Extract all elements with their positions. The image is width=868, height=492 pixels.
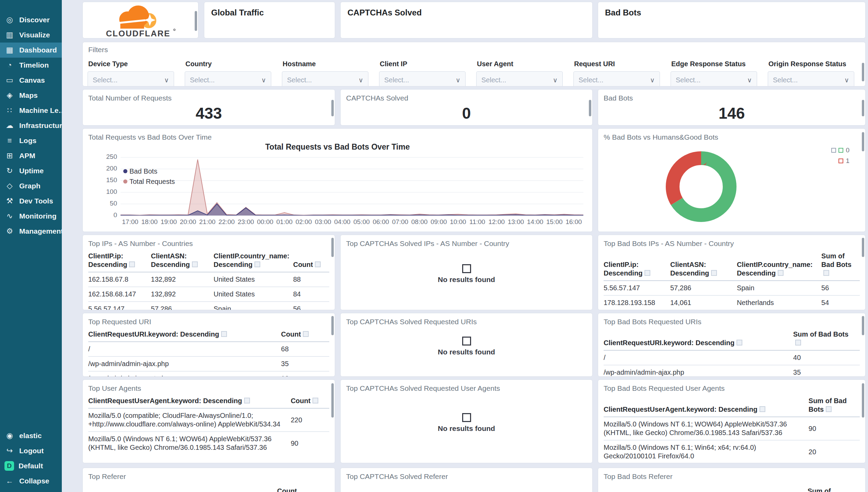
data-table: ClientIP.ip: DescendingClientASN: Descen… — [88, 250, 329, 310]
sum-column-header[interactable]: Sum of Bad — [808, 487, 845, 492]
sidebar-item-dashboard[interactable]: ▦Dashboard — [0, 43, 62, 58]
column-header-clientrequesturi-keyword-descending[interactable]: ClientRequestURI.keyword: Descending — [88, 329, 281, 342]
filter-select-request-uri[interactable]: Select...∨ — [573, 71, 660, 86]
panel-title: Top CAPTCHAs Solved IPs - AS Number - Co… — [341, 235, 592, 248]
sidebar-item-machine-le[interactable]: ∷Machine Le… — [0, 103, 62, 118]
sidebar-item-label: Dashboard — [19, 46, 57, 54]
panel-title: Top CAPTCHAs Solved Requested URIs — [341, 313, 592, 326]
column-header-clientip-country-name-descending[interactable]: ClientIP.country_name: Descending — [737, 250, 821, 281]
sidebar-item-elastic[interactable]: ◉elastic — [0, 428, 62, 443]
column-header-clientip-ip-descending[interactable]: ClientIP.ip: Descending — [604, 250, 670, 281]
timeseries-panel-title: Total Requests vs Bad Bots Over Time — [83, 129, 592, 141]
column-header-clientip-country-name-descending[interactable]: ClientIP.country_name: Descending — [214, 250, 293, 272]
x-tick-label: 16:00 — [566, 218, 582, 226]
column-header-clientrequestuseragent-keyword-descending[interactable]: ClientRequestUserAgent.keyword: Descendi… — [604, 395, 809, 417]
column-header-clientrequesturi-keyword-descending[interactable]: ClientRequestURI.keyword: Descending — [604, 329, 793, 350]
table-cell: Mozilla/5.0 (compatible; CloudFlare-Alwa… — [88, 408, 291, 432]
filter-label: Request URI — [574, 60, 660, 68]
sidebar-item-graph[interactable]: ◇Graph — [0, 178, 62, 194]
scrollbar-thumb[interactable] — [862, 316, 864, 335]
column-header-label: ClientIP.ip: Descending — [604, 261, 642, 277]
sidebar-item-infrastructure[interactable]: ☁Infrastructure — [0, 118, 62, 133]
sidebar-item-logout[interactable]: ↪Logout — [0, 443, 62, 458]
count-column-header[interactable]: Count — [277, 487, 315, 492]
sidebar-item-uptime[interactable]: ↻Uptime — [0, 163, 62, 178]
sidebar-item-collapse[interactable]: ←Collapse — [0, 473, 62, 489]
table-cell: 178.128.193.158 — [604, 295, 670, 310]
column-header-clientip-ip-descending[interactable]: ClientIP.ip: Descending — [88, 250, 151, 272]
filter-select-user-agent[interactable]: Select...∨ — [476, 71, 563, 86]
bad-bots-ua-panel: Top Bad Bots Requested User Agents Clien… — [598, 379, 866, 463]
x-tick-label: 07:00 — [392, 218, 409, 226]
donut-chart[interactable] — [665, 151, 737, 223]
table-cell: 35 — [281, 356, 329, 371]
sidebar-item-monitoring[interactable]: ∿Monitoring — [0, 209, 62, 224]
y-tick-label: 150 — [100, 176, 117, 184]
scrollbar-thumb[interactable] — [589, 100, 591, 116]
select-placeholder: Select... — [93, 76, 117, 84]
donut-legend-item-0[interactable]: 0 — [831, 147, 849, 154]
filter-select-origin-response-status[interactable]: Select...∨ — [768, 71, 854, 86]
filter-device-type: Device TypeSelect...∨ — [88, 58, 174, 86]
filter-select-client-ip[interactable]: Select...∨ — [379, 71, 466, 86]
table-row: /wp-admin/admin-ajax.php35 — [604, 365, 860, 377]
scrollbar-thumb[interactable] — [331, 100, 334, 116]
cloudflare-logo: CLOUDFLARE — [89, 3, 189, 38]
legend-item-total-requests[interactable]: Total Requests — [123, 176, 175, 187]
sidebar-item-dev-tools[interactable]: ⚒Dev Tools — [0, 194, 62, 209]
scrollbar-thumb[interactable] — [331, 383, 334, 418]
filter-label: Client IP — [380, 60, 466, 68]
column-header-sum-of-bad-bots[interactable]: Sum of Bad Bots — [821, 250, 860, 281]
sidebar-item-apm[interactable]: ⊞APM — [0, 148, 62, 163]
sidebar-item-timelion[interactable]: ◔Timelion — [0, 58, 62, 73]
filter-label: Hostname — [283, 60, 368, 68]
top-ips-panel: Top IPs - AS Number - Countries ClientIP… — [82, 235, 335, 310]
filter-select-hostname[interactable]: Select...∨ — [282, 71, 368, 86]
legend-dot-icon — [123, 169, 127, 173]
legend-item-bad-bots[interactable]: Bad Bots — [123, 166, 175, 176]
scrollbar-thumb[interactable] — [862, 238, 864, 257]
sidebar-item-label: Timelion — [19, 61, 49, 69]
sidebar-item-maps[interactable]: ◈Maps — [0, 88, 62, 103]
sidebar-item-management[interactable]: ⚙Management — [0, 224, 62, 239]
column-header-clientasn-descending[interactable]: ClientASN: Descending — [151, 250, 214, 272]
donut-legend-item-1[interactable]: 1 — [831, 157, 849, 165]
scrollbar-thumb[interactable] — [862, 132, 864, 151]
filter-select-edge-response-status[interactable]: Select...∨ — [671, 71, 757, 86]
sidebar-item-visualize[interactable]: ▥Visualize — [0, 27, 62, 43]
column-header-count[interactable]: Count — [291, 395, 329, 408]
sort-box-icon — [221, 331, 227, 337]
sidebar-item-default[interactable]: DDefault — [0, 458, 62, 473]
svg-text:CLOUDFLARE: CLOUDFLARE — [106, 29, 171, 38]
scrollbar-thumb[interactable] — [331, 316, 334, 335]
sidebar-item-canvas[interactable]: ▭Canvas — [0, 73, 62, 88]
table-cell: 5.56.57.147 — [604, 281, 670, 295]
metric-value: 146 — [598, 104, 865, 122]
column-header-count[interactable]: Count — [293, 250, 329, 272]
empty-state: No results found — [341, 337, 592, 356]
filter-select-device-type[interactable]: Select...∨ — [88, 71, 174, 86]
table-row: 5.56.57.14757,286Spain56 — [604, 281, 860, 295]
sidebar-item-label: APM — [19, 152, 35, 160]
y-tick-label: 50 — [100, 200, 117, 207]
sidebar-item-discover[interactable]: ◎Discover — [0, 12, 62, 27]
column-header-sum-of-bad-bots[interactable]: Sum of Bad Bots — [809, 395, 860, 417]
graph-nodes-icon: ◇ — [4, 181, 15, 190]
metric-bad-bots: Bad Bots 146 — [598, 89, 866, 126]
scrollbar-thumb[interactable] — [331, 238, 334, 257]
chevron-down-icon: ∨ — [164, 76, 169, 84]
select-placeholder: Select... — [287, 76, 312, 84]
x-tick-label: 03:00 — [315, 218, 331, 226]
scrollbar-thumb[interactable] — [862, 63, 864, 81]
scrollbar-thumb[interactable] — [862, 383, 864, 418]
table-cell: /wp-admin/admin-ajax.php — [604, 365, 793, 377]
column-header-sum-of-bad-bots[interactable]: Sum of Bad Bots — [793, 329, 860, 350]
scrollbar-thumb[interactable] — [862, 100, 864, 116]
filter-select-country[interactable]: Select...∨ — [185, 71, 271, 86]
sidebar-item-logs[interactable]: ≡Logs — [0, 133, 62, 148]
column-header-clientasn-descending[interactable]: ClientASN: Descending — [670, 250, 737, 281]
column-header-clientrequestuseragent-keyword-descending[interactable]: ClientRequestUserAgent.keyword: Descendi… — [88, 395, 291, 408]
column-header-count[interactable]: Count — [281, 329, 329, 342]
sidebar-item-label: Collapse — [19, 477, 49, 485]
scrollbar-thumb[interactable] — [195, 11, 197, 31]
